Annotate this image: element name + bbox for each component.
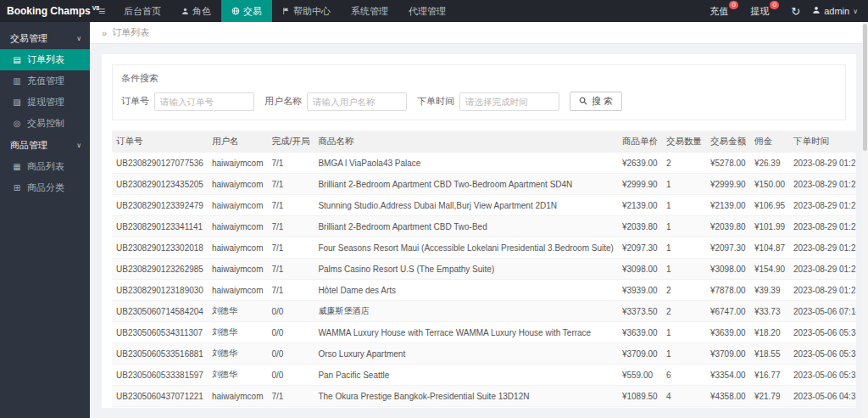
table-cell: 1 [662,216,706,237]
withdraw-label: 提现 [750,5,769,18]
topnav-item-agent[interactable]: 代理管理 [398,0,456,22]
table-cell: 9 [662,407,706,409]
table-cell: 0/0 [267,301,314,322]
table-cell: 0/0 [267,322,314,343]
table-cell: haiwaiymcom [208,259,268,280]
table-cell: 2 [662,153,706,174]
user-avatar-icon [812,6,821,16]
username-label: 用户名称 [264,95,302,108]
orders-panel: 条件搜索 订单号 用户名称 下单时间 [102,54,856,408]
sidebar-item-label: 商品列表 [27,160,64,173]
table-row: UB2308290123189030haiwaiymcom7/1Hôtel Da… [112,280,856,301]
topnav-item-trade[interactable]: 交易 [221,0,272,22]
table-cell: ¥529.00 [618,407,662,409]
table-cell: Brilliant 2-Bedroom Apartment CBD Two-Be… [314,216,618,237]
table-cell: UB2305060533516881 [112,343,208,365]
table-cell: ¥3098.00 [618,259,662,280]
topnav-item-home[interactable]: 后台首页 [114,0,171,22]
table-cell: WAMMA Luxury House with Terrace WAMMA Lu… [314,322,618,343]
table-cell: 2023-08-29 01:23:26 [789,259,856,280]
table-cell: 2023-08-29 01:23:39 [789,195,856,216]
table-cell: 0/0 [267,365,314,386]
search-icon [579,97,587,107]
sidebar-item-recharge[interactable]: ▥ 充值管理 [0,70,90,92]
sidebar-group-label: 商品管理 [10,139,47,152]
username-input[interactable] [307,92,407,111]
sidebar-item-withdraw[interactable]: ▨ 提现管理 [0,92,90,113]
table-cell: ¥3709.00 [618,343,662,365]
table-cell: ¥18.55 [750,343,789,365]
recharge-link[interactable]: 充值 0 [709,5,738,18]
column-header: 交易金额 [706,131,750,153]
table-cell: 2023-05-06 03:57:22 [789,407,856,409]
topnav-item-help[interactable]: 帮助中心 [272,0,341,22]
sidebar-item-goods-category[interactable]: ⊞ 商品分类 [0,177,90,198]
table-cell: ¥3639.00 [618,322,662,343]
breadcrumb: » 订单列表 [90,22,868,44]
sidebar-item-label: 商品分类 [27,181,64,194]
table-cell: 2023-08-29 01:23:30 [789,237,856,259]
topnav-item-role[interactable]: 角色 [171,0,221,22]
table-cell: haiwaiymcom [208,237,268,259]
table-cell: haiwaiymcom [208,195,268,216]
sidebar-item-label: 提现管理 [27,96,64,109]
table-cell: ¥3373.50 [618,301,662,322]
topnav-item-system[interactable]: 系统管理 [341,0,398,22]
user-menu[interactable]: admin ∨ [812,6,858,16]
brand-name: Booking Champs [7,5,91,17]
table-cell: ¥4761.00 [706,407,750,409]
sidebar-group-goods[interactable]: 商品管理 ∨ [0,134,90,156]
orders-table: 订单号用户名完成/开局商品名称商品单价交易数量交易金额佣金下单时间解冻时间交易状… [112,131,856,408]
table-row: UB2308290123435205haiwaiymcom7/1Brillian… [112,174,856,195]
table-cell: Palms Casino Resort U.S (The Empathy Sui… [314,259,618,280]
table-cell: haiwaiymcom [208,153,268,174]
table-cell: ¥2999.90 [706,174,750,195]
table-row: UB2305060357229663haiwaiymcom7/1edona Pi… [112,407,856,409]
table-cell: 2023-08-29 01:23:43 [789,174,856,195]
order-time-input[interactable] [459,92,559,111]
table-cell: 7/1 [267,259,314,280]
table-cell: 2023-08-29 01:23:18 [789,280,856,301]
table-cell: 7/1 [267,174,314,195]
table-row: UB2308290123302018haiwaiymcom7/1Four Sea… [112,237,856,259]
sidebar-item-order-list[interactable]: ▤ 订单列表 [0,49,90,70]
refresh-icon[interactable]: ↻ [791,5,800,18]
table-cell: ¥2639.00 [618,153,662,174]
table-cell: UB2305060714584204 [112,301,208,322]
table-cell: haiwaiymcom [208,174,268,195]
sidebar-group-trade[interactable]: 交易管理 ∨ [0,27,90,49]
table-cell: ¥104.87 [750,237,789,259]
sidebar-item-label: 充值管理 [27,75,64,87]
table-cell: 7/1 [267,280,314,301]
vertical-scrollbar[interactable] [862,22,868,418]
search-form: 订单号 用户名称 下单时间 [121,92,837,111]
table-cell: 2023-05-06 07:14:58 [789,301,856,322]
table-row: UB2305060714584204刘德华0/0威廉斯堡酒店¥3373.502¥… [112,301,856,322]
table-cell: 2023-05-06 05:33:38 [789,365,856,386]
hamburger-icon[interactable]: ≡ [90,0,114,22]
sidebar-item-trade-control[interactable]: ◎ 交易控制 [0,113,90,134]
withdraw-link[interactable]: 提现 0 [750,5,779,18]
topnav-menu: 后台首页 角色 交易 帮助中心 系统管理 代理管理 [114,0,456,22]
table-cell: ¥2999.90 [618,174,662,195]
username: admin [824,6,849,16]
table-cell: 2 [662,280,706,301]
table-cell: 刘德华 [208,343,268,365]
search-title: 条件搜索 [121,72,837,85]
scrollbar-thumb[interactable] [863,24,867,151]
sidebar-group-label: 交易管理 [10,32,47,45]
table-cell: 7/1 [267,386,314,407]
search-button-label: 搜 索 [592,95,613,108]
table-cell: Four Seasons Resort Maui (Accessible Lok… [314,237,618,259]
column-header: 商品单价 [618,131,662,153]
app-window: Booking Champs V8 ≡ 后台首页 角色 交易 帮助中心 系统管理 [0,0,868,418]
table-cell: ¥1089.50 [618,386,662,407]
table-cell: ¥4358.00 [706,386,750,407]
table-row: UB2308290127077536haiwaiymcom7/1BMGA l V… [112,153,856,174]
search-button[interactable]: 搜 索 [570,92,622,111]
topnav-item-label: 系统管理 [351,5,388,18]
sidebar-item-goods-list[interactable]: ▦ 商品列表 [0,156,90,177]
table-cell: UB2305060437071221 [112,386,208,407]
order-no-input[interactable] [154,92,254,111]
orders-table-header-row: 订单号用户名完成/开局商品名称商品单价交易数量交易金额佣金下单时间解冻时间交易状… [112,131,856,153]
